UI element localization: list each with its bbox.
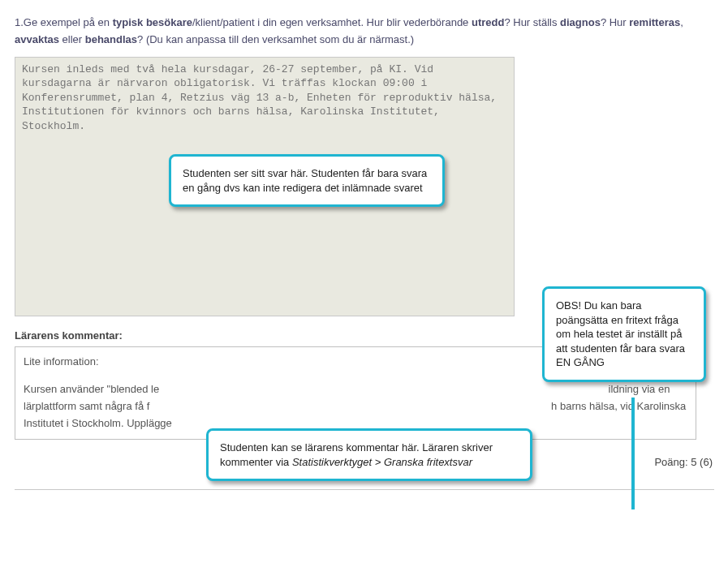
arrow-line <box>631 398 635 509</box>
question-text: 1.Ge exempel på en typisk besökare/klien… <box>15 15 713 49</box>
callout-score: OBS! Du kan bara poängsätta en fritext f… <box>542 286 706 382</box>
question-number: 1. <box>15 16 24 28</box>
comment-body: Kursen använder "blended le xxxxxxxxxxxx… <box>24 381 687 432</box>
callout-comment: Studenten kan se lärarens kommentar här.… <box>206 428 532 481</box>
divider <box>15 489 714 490</box>
callout-answer: Studenten ser sitt svar här. Studenten f… <box>169 154 445 207</box>
student-answer-text: Kursen inleds med två hela kursdagar, 26… <box>22 63 497 132</box>
